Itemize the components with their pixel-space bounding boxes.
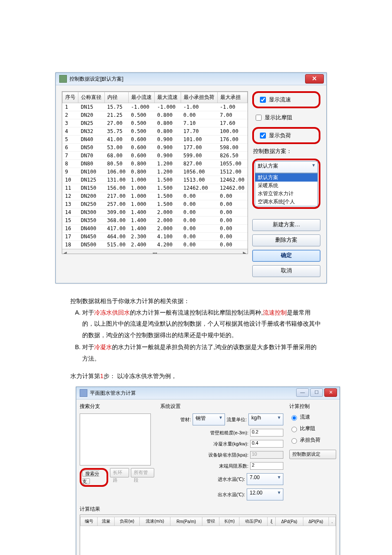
annotation-ring: 显示负荷 [252, 127, 320, 144]
annotation-ring: 搜索分支 [80, 468, 108, 487]
cancel-button[interactable]: 取消 [252, 265, 320, 277]
all-pipes-button[interactable]: 所有管段 [131, 468, 154, 477]
column-header[interactable]: 动压(Pa) [239, 517, 268, 526]
table-row[interactable]: 4DN3235.750.5000.80017.70100.00 [63, 127, 248, 136]
table-row[interactable]: 14DN300309.001.4002.0000.000.00 [63, 208, 248, 217]
hydraulic-calc-dialog: 平面图水管水力计算 — ☐ ✕ 搜索分支 搜索分支 [76, 387, 340, 555]
outlet-temp-select[interactable]: 12.00 [247, 489, 283, 500]
table-row[interactable]: 16DN400417.001.4002.0000.000.00 [63, 225, 248, 233]
close-icon[interactable]: ✕ [305, 74, 324, 84]
scheme-dropdown[interactable]: 默认方案 [255, 161, 318, 173]
data-table[interactable]: 序号公称直径内径最小流速最大流速最小承担负荷最大承担 1DN1515.75-1.… [62, 91, 248, 254]
column-header[interactable]: 管径 [202, 517, 219, 526]
table-row[interactable]: 10DN125131.001.0001.5001513.0012462.00 [63, 176, 248, 184]
sys-settings-label: 系统设置 [160, 403, 283, 410]
table-row[interactable]: 15DN350368.001.4002.0000.000.00 [63, 217, 248, 225]
results-table[interactable]: 编号流量负荷(w)流速(m/s)Rm(Pa/m)管径长(m)动压(Pa)ξΔPd… [80, 517, 336, 555]
column-header[interactable]: 长(m) [219, 517, 239, 526]
end-coef-input[interactable]: 2 [250, 462, 283, 470]
control-data-dialog: 控制数据设定[默认方案] ✕ 序号公称直径内径最小流速最大流速最小承担负荷最大承… [55, 72, 327, 283]
column-header[interactable]: 最小流速 [128, 92, 155, 103]
scheme-option[interactable]: 采暖系统 [255, 182, 317, 190]
table-row[interactable]: 11DN150156.001.0001.50012462.0012462.00 [63, 184, 248, 192]
scheme-option[interactable]: 水管立管水力计 [255, 190, 317, 198]
item-a: 对于冷冻水供回水的水力计算一般有流速控制法和比摩阻控制法两种,流速控制是最常用的… [82, 307, 322, 341]
scheme-options[interactable]: 默认方案采暖系统水管立管水力计空调水系统[个人 [255, 173, 318, 206]
column-header[interactable]: 流速(m/s) [140, 517, 170, 526]
column-header[interactable]: 最大承担 [217, 92, 247, 103]
new-scheme-button[interactable]: 新建方案… [252, 219, 320, 231]
condensate-input[interactable]: 0.4 [250, 440, 283, 448]
show-flow-checkbox[interactable]: 显示流速 [257, 94, 293, 106]
radio-load[interactable]: 承担负荷 [289, 436, 336, 444]
column-header[interactable]: . [329, 517, 335, 526]
column-header[interactable]: 内径 [104, 92, 128, 103]
column-header[interactable]: Rm(Pa/m) [170, 517, 202, 526]
close-icon[interactable]: ✕ [324, 388, 337, 397]
table-row[interactable]: 2DN2021.250.5000.8000.007.00 [63, 111, 248, 119]
app-icon [80, 389, 87, 397]
column-header[interactable]: ΔPl(Pa) [303, 517, 329, 526]
table-row[interactable]: 17DN450464.002.3004.1000.000.00 [63, 233, 248, 241]
table-row[interactable]: 3DN2527.000.5000.8007.1017.60 [63, 119, 248, 127]
column-header[interactable]: ΔPd(Pa) [275, 517, 303, 526]
annotation-ring: 显示流速 [252, 91, 320, 108]
radio-friction[interactable]: 比摩阻 [289, 425, 336, 432]
table-row[interactable]: 7DN7068.000.6000.900599.00826.50 [63, 152, 248, 160]
branch-list[interactable] [80, 413, 151, 465]
table-row[interactable]: 1DN1515.75-1.000-1.000-1.00-1.00 [63, 103, 248, 111]
column-header[interactable]: 流量 [98, 517, 115, 526]
title-bar: 控制数据设定[默认方案] ✕ [56, 73, 326, 85]
search-branch-button[interactable]: 搜索分支 [82, 471, 99, 484]
app-icon [59, 75, 67, 83]
column-header[interactable]: ξ [268, 517, 276, 526]
column-header[interactable]: 编号 [81, 517, 98, 526]
dialog-title: 控制数据设定[默认方案] [69, 75, 124, 83]
radio-flow[interactable]: 流速 [289, 413, 336, 421]
control-data-button[interactable]: 控制数据设定 [289, 450, 336, 459]
horizontal-scrollbar[interactable]: ◀▪▪▪▶ [62, 249, 248, 254]
scheme-option[interactable]: 空调水系统[个人 [255, 198, 317, 206]
dialog-title: 平面图水管水力计算 [90, 390, 136, 397]
table-row[interactable]: 18DN500515.002.4004.2000.000.00 [63, 241, 248, 249]
results-label: 计算结果 [80, 506, 336, 513]
table-row[interactable]: 12DN200217.001.0001.5000.000.00 [63, 192, 248, 200]
delete-scheme-button[interactable]: 删除方案 [252, 234, 320, 246]
title-bar: 平面图水管水力计算 — ☐ ✕ [76, 387, 340, 399]
explanation-text: 控制数据就相当于你做水力计算的相关依据： 对于冷冻水供回水的水力计算一般有流速控… [70, 295, 322, 382]
minimize-icon[interactable]: — [296, 388, 309, 397]
scheme-label: 控制数据方案： [252, 147, 320, 155]
show-load-checkbox[interactable]: 显示负荷 [257, 130, 293, 142]
column-header[interactable]: 公称直径 [78, 92, 105, 103]
annotation-ring: 默认方案 默认方案采暖系统水管立管水力计空调水系统[个人 [252, 159, 320, 209]
table-row[interactable]: 13DN250257.001.0001.5000.000.00 [63, 200, 248, 208]
inlet-temp-select[interactable]: 7.00 [247, 473, 283, 485]
table-row[interactable]: 6DN5053.000.6000.900177.00598.00 [63, 144, 248, 152]
pipe-material-select[interactable]: 钢管 [193, 413, 225, 425]
table-row[interactable]: 5DN4041.000.6000.900101.00176.00 [63, 136, 248, 144]
equip-resist-input: 10 [250, 451, 283, 459]
longest-loop-button[interactable]: 长环路 [110, 468, 129, 477]
flow-unit-select[interactable]: kg/h [248, 413, 283, 425]
table-row[interactable]: 9DN100106.000.8001.2001056.001512.00 [63, 168, 248, 176]
show-friction-checkbox[interactable]: 显示比摩阻 [252, 112, 320, 124]
table-row[interactable]: 8DN8080.500.8001.200827.001055.00 [63, 160, 248, 168]
roughness-input[interactable]: 0.2 [250, 429, 283, 436]
column-header[interactable]: 最大流速 [155, 92, 181, 103]
maximize-icon[interactable]: ☐ [310, 388, 323, 397]
ok-button[interactable]: 确定 [252, 250, 320, 262]
scheme-option[interactable]: 默认方案 [255, 173, 317, 182]
calc-control-label: 计算控制 [289, 403, 336, 410]
column-header[interactable]: 最小承担负荷 [181, 92, 217, 103]
column-header[interactable]: 负荷(w) [115, 517, 140, 526]
search-label: 搜索分支 [80, 403, 154, 410]
item-b: 对于冷凝水的水力计算一般就是承担负荷的方法了,鸿业的该数据是大多数计算手册采用的… [82, 341, 322, 364]
column-header[interactable]: 序号 [63, 92, 78, 103]
